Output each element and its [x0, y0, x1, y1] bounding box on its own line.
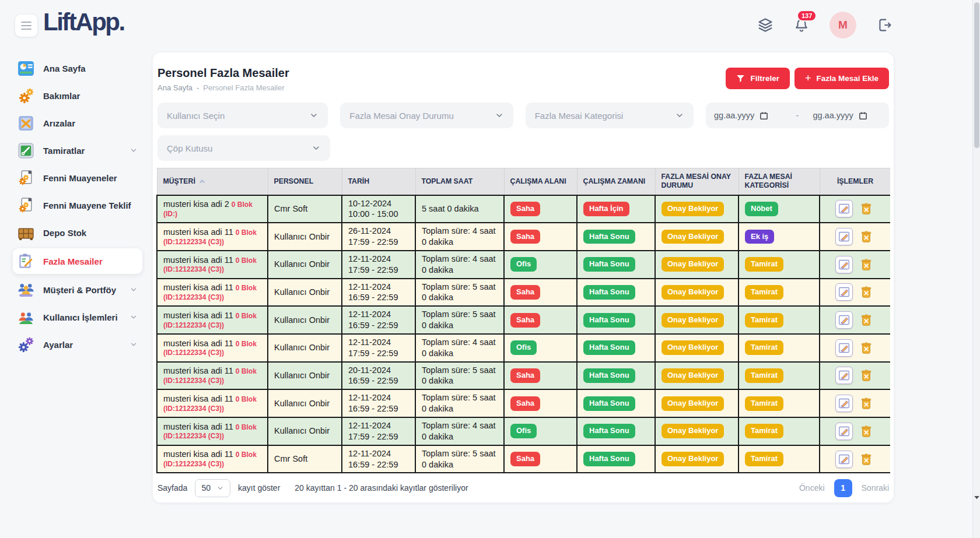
cell-toplam-saat: Toplam süre: 5 saat 0 dakika	[415, 389, 504, 417]
per-page-label-after: kayıt göster	[238, 483, 280, 493]
delete-row-button[interactable]	[858, 451, 875, 468]
user-avatar[interactable]: M	[830, 12, 856, 38]
category-select[interactable]: Fazla Mesai Kategorisi	[526, 103, 694, 128]
sidebar-item-tamiratlar[interactable]: Tamiratlar	[13, 139, 142, 162]
trash-icon	[860, 202, 873, 215]
cell-musteri[interactable]: musteri kisa adi 11 0 Blok (ID:12122334 …	[157, 362, 268, 390]
time-range-value: 16:59 - 22:59	[348, 292, 409, 303]
time-range-value: 17:59 - 22:59	[348, 237, 409, 248]
delete-row-button[interactable]	[858, 423, 875, 440]
table-header-row: MÜŞTERİ PERSONEL TARİH TOPLAM SAAT ÇALIŞ…	[157, 168, 890, 195]
header-tarih[interactable]: TARİH	[342, 168, 415, 195]
sidebar-item-ana-sayfa[interactable]: Ana Sayfa	[13, 57, 142, 80]
approval-status-select[interactable]: Fazla Mesai Onay Durumu	[340, 103, 513, 128]
work-time-badge: Hafta Sonu	[583, 452, 635, 466]
dashboard-icon	[18, 60, 34, 77]
cell-musteri[interactable]: musteri kisa adi 11 0 Blok (ID:12122334 …	[157, 223, 268, 251]
delete-row-button[interactable]	[858, 256, 875, 273]
edit-row-button[interactable]	[835, 228, 853, 245]
user-select[interactable]: Kullanıcı Seçin	[158, 103, 328, 128]
header-personel[interactable]: PERSONEL	[268, 168, 342, 195]
delete-row-button[interactable]	[858, 367, 875, 384]
sidebar-item-ayarlar[interactable]: Ayarlar	[13, 333, 142, 356]
edit-row-button[interactable]	[835, 451, 853, 468]
sidebar-item-bakimlar[interactable]: Bakımlar	[13, 84, 142, 107]
header-calisma-alani[interactable]: ÇALIŞMA ALANI	[504, 168, 577, 195]
notifications-bell-icon[interactable]: 137	[793, 17, 810, 33]
filters-button[interactable]: Filtreler	[726, 68, 790, 89]
cell-islemler	[820, 251, 890, 279]
date-from-input[interactable]: gg.aa.yyyy	[714, 111, 782, 120]
delete-row-button[interactable]	[858, 200, 875, 217]
delete-row-button[interactable]	[858, 311, 875, 329]
customer-blok: 0 Blok	[236, 284, 257, 292]
warehouse-crate-icon	[18, 224, 34, 241]
cell-tarih: 12-11-2024 16:59 - 22:59	[342, 306, 415, 334]
layers-icon[interactable]	[757, 17, 774, 33]
header-onay-durumu[interactable]: FAZLA MESAİ ONAY DURUMU	[655, 168, 738, 195]
cell-calisma-zamani: Hafta Sonu	[577, 362, 655, 390]
scrollbar-down-arrow[interactable]	[973, 493, 980, 502]
cell-islemler	[820, 362, 890, 390]
table-row: musteri kisa adi 11 0 Blok (ID:12122334 …	[157, 389, 890, 417]
delete-row-button[interactable]	[858, 395, 875, 412]
edit-row-button[interactable]	[835, 339, 853, 357]
edit-row-button[interactable]	[835, 283, 853, 301]
logout-icon[interactable]	[876, 17, 892, 33]
delete-row-button[interactable]	[858, 228, 875, 245]
cell-musteri[interactable]: musteri kisa adi 11 0 Blok (ID:12122334 …	[157, 389, 268, 417]
cell-musteri[interactable]: musteri kisa adi 11 0 Blok (ID:12122334 …	[157, 417, 268, 445]
date-value: 12-11-2024	[348, 282, 409, 293]
cell-calisma-zamani: Hafta Sonu	[577, 279, 655, 307]
sidebar-item-kullanici-islemleri[interactable]: Kullanıcı İşlemleri	[13, 305, 142, 329]
delete-row-button[interactable]	[858, 283, 875, 301]
work-time-badge: Hafta Sonu	[583, 285, 635, 300]
customer-name: musteri kisa adi 11	[163, 422, 233, 431]
edit-row-button[interactable]	[835, 256, 853, 273]
sidebar-item-musteri-portfoy[interactable]: Müşteri & Portföy	[13, 278, 142, 301]
cell-onay-durumu: Onay Bekliyor	[655, 445, 738, 473]
previous-page-button[interactable]: Önceki	[799, 483, 825, 493]
edit-row-button[interactable]	[835, 395, 853, 412]
edit-row-button[interactable]	[835, 200, 853, 217]
trash-select[interactable]: Çöp Kutusu	[158, 135, 330, 161]
chevron-down-icon	[130, 286, 138, 294]
filter-icon	[736, 74, 745, 83]
header-toplam-saat[interactable]: TOPLAM SAAT	[415, 168, 504, 195]
sidebar-item-fenni-muayeneler[interactable]: Fenni Muayeneler	[13, 166, 142, 189]
sidebar-item-depo-stok[interactable]: Depo Stok	[13, 221, 142, 244]
cell-kategorisi: Tamirat	[738, 362, 820, 390]
delete-row-button[interactable]	[858, 339, 875, 357]
category-badge: Tamirat	[745, 313, 783, 328]
per-page-select[interactable]: 50	[195, 479, 230, 497]
cell-toplam-saat: Toplam süre: 5 saat 0 dakika	[415, 445, 504, 473]
hamburger-menu-icon[interactable]	[15, 15, 37, 37]
add-overtime-button[interactable]: + Fazla Mesai Ekle	[794, 68, 889, 89]
chevron-down-icon	[130, 313, 138, 321]
cell-tarih: 12-11-2024 16:59 - 22:59	[342, 389, 415, 417]
fault-icon	[18, 115, 34, 132]
cell-musteri[interactable]: musteri kisa adi 11 0 Blok (ID:12122334 …	[157, 445, 268, 473]
scrollbar-thumb[interactable]	[974, 2, 979, 148]
app-logo[interactable]: LiftApp.	[43, 8, 124, 36]
customer-blok: 0 Blok	[236, 367, 257, 375]
cell-musteri[interactable]: musteri kisa adi 2 0 Blok (ID:)	[157, 195, 268, 223]
page-number-button[interactable]: 1	[834, 479, 852, 497]
sidebar-item-fazla-mesailer[interactable]: Fazla Mesailer	[13, 248, 142, 274]
page-scrollbar[interactable]	[972, 0, 980, 538]
breadcrumb-home-link[interactable]: Ana Sayfa	[158, 83, 192, 92]
edit-row-button[interactable]	[835, 367, 853, 384]
header-kategorisi[interactable]: FAZLA MESAİ KATEGORİSİ	[738, 168, 820, 195]
cell-musteri[interactable]: musteri kisa adi 11 0 Blok (ID:12122334 …	[157, 334, 268, 362]
edit-row-button[interactable]	[835, 423, 853, 440]
date-to-input[interactable]: gg.aa.yyyy	[813, 111, 881, 120]
next-page-button[interactable]: Sonraki	[862, 483, 889, 493]
cell-musteri[interactable]: musteri kisa adi 11 0 Blok (ID:12122334 …	[157, 279, 268, 307]
cell-musteri[interactable]: musteri kisa adi 11 0 Blok (ID:12122334 …	[157, 251, 268, 279]
cell-musteri[interactable]: musteri kisa adi 11 0 Blok (ID:12122334 …	[157, 306, 268, 334]
header-calisma-zamani[interactable]: ÇALIŞMA ZAMANI	[577, 168, 655, 195]
header-musteri[interactable]: MÜŞTERİ	[157, 168, 268, 195]
sidebar-item-arizalar[interactable]: Arızalar	[13, 111, 142, 135]
sidebar-item-fenni-muayene-teklif[interactable]: Fenni Muayene Teklif	[13, 194, 142, 217]
edit-row-button[interactable]	[835, 311, 853, 329]
